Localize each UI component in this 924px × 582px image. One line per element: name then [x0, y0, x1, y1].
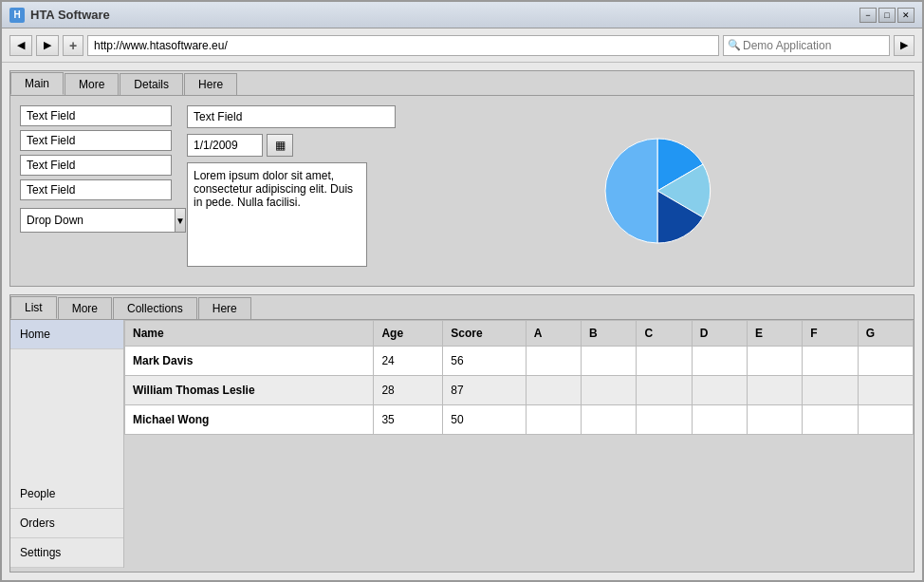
row1-name: Mark Davis [125, 347, 374, 376]
bottom-tab-bar: List More Collections Here [10, 295, 914, 320]
table-row: Michael Wong 35 50 [125, 405, 914, 435]
col-header-g: G [858, 321, 913, 347]
row3-d [692, 405, 747, 435]
restore-button[interactable]: □ [878, 8, 896, 23]
table-row: Mark Davis 24 56 [125, 347, 914, 376]
go-button[interactable]: ▶ [894, 35, 915, 56]
row3-f [803, 405, 858, 435]
row3-score: 50 [443, 405, 526, 435]
tab-details[interactable]: Details [120, 73, 183, 95]
top-tab-content: ▼ ▦ Lorem ipsum dolor sit amet, consecte… [10, 96, 914, 286]
tab-more-bottom[interactable]: More [58, 297, 112, 319]
text-field-1[interactable] [20, 105, 172, 126]
col-header-b: B [582, 321, 637, 347]
bottom-section: List More Collections Here Home People O… [9, 294, 915, 573]
row1-f [803, 347, 858, 376]
data-table: Name Age Score A B C D E F G [124, 320, 914, 435]
col-header-e: E [748, 321, 803, 347]
tab-list[interactable]: List [10, 296, 57, 319]
top-tab-bar: Main More Details Here [10, 71, 914, 96]
row2-d [692, 376, 747, 405]
form-left: ▼ [20, 105, 172, 276]
row3-age: 35 [374, 405, 443, 435]
data-table-wrapper: Name Age Score A B C D E F G [124, 320, 914, 568]
row2-a [526, 376, 581, 405]
close-button[interactable]: ✕ [897, 8, 915, 23]
tab-here-bottom[interactable]: Here [198, 297, 251, 319]
col-header-c: C [637, 321, 692, 347]
row1-c [637, 347, 692, 376]
dropdown-input[interactable] [20, 208, 176, 233]
sidebar-item-home[interactable]: Home [10, 320, 123, 349]
lorem-textarea[interactable]: Lorem ipsum dolor sit amet, consectetur … [187, 162, 367, 267]
address-bar: ◀ ▶ + 🔍 ▶ [2, 28, 922, 63]
row3-name: Michael Wong [125, 405, 374, 435]
tab-main[interactable]: Main [10, 72, 64, 95]
dropdown-arrow-button[interactable]: ▼ [176, 208, 186, 233]
sidebar-nav: Home People Orders Settings [10, 320, 124, 568]
row3-e [748, 405, 803, 435]
row1-age: 24 [374, 347, 443, 376]
row3-c [637, 405, 692, 435]
window-title: HTA Software [30, 8, 110, 22]
dropdown-wrapper: ▼ [20, 208, 172, 233]
col-header-f: F [803, 321, 858, 347]
tab-here[interactable]: Here [184, 73, 237, 95]
row2-b [582, 376, 637, 405]
col-header-a: A [526, 321, 581, 347]
search-input[interactable] [743, 39, 885, 52]
search-container: 🔍 [723, 35, 890, 56]
main-window: H HTA Software − □ ✕ ◀ ▶ + 🔍 ▶ Main More [0, 0, 924, 582]
row1-d [692, 347, 747, 376]
main-panel: Main More Details Here ▼ [2, 63, 922, 580]
main-text-input[interactable] [187, 105, 396, 128]
sidebar-item-settings[interactable]: Settings [10, 538, 123, 568]
text-field-2[interactable] [20, 130, 172, 151]
calendar-button[interactable]: ▦ [267, 134, 293, 157]
row1-b [582, 347, 637, 376]
forward-button[interactable]: ▶ [36, 35, 59, 56]
window-controls: − □ ✕ [859, 8, 915, 23]
back-button[interactable]: ◀ [9, 35, 32, 56]
add-button[interactable]: + [63, 35, 83, 56]
date-input[interactable] [187, 134, 263, 157]
row3-b [582, 405, 637, 435]
col-header-name: Name [125, 321, 374, 347]
row2-c [637, 376, 692, 405]
row2-e [748, 376, 803, 405]
sidebar-spacer [10, 349, 123, 479]
bottom-content: Home People Orders Settings Name Age [10, 320, 914, 568]
text-field-3[interactable] [20, 155, 172, 176]
row3-g [858, 405, 913, 435]
url-input[interactable] [87, 35, 719, 56]
app-icon: H [9, 8, 25, 23]
title-bar: H HTA Software − □ ✕ [2, 2, 922, 28]
chart-area [411, 105, 904, 276]
sidebar-item-orders[interactable]: Orders [10, 509, 123, 538]
col-header-score: Score [443, 321, 526, 347]
sidebar-item-people[interactable]: People [10, 479, 123, 509]
row2-score: 87 [443, 376, 526, 405]
row2-g [858, 376, 913, 405]
tab-collections[interactable]: Collections [113, 297, 197, 319]
row1-a [526, 347, 581, 376]
row3-a [526, 405, 581, 435]
search-icon: 🔍 [728, 39, 741, 51]
row1-g [858, 347, 913, 376]
row1-score: 56 [443, 347, 526, 376]
text-field-4[interactable] [20, 179, 172, 200]
form-right: ▦ Lorem ipsum dolor sit amet, consectetu… [187, 105, 396, 276]
date-row: ▦ [187, 134, 396, 157]
col-header-d: D [692, 321, 747, 347]
content-area: Main More Details Here ▼ [2, 63, 922, 580]
pie-chart [591, 124, 724, 257]
title-bar-left: H HTA Software [9, 8, 110, 23]
table-header-row: Name Age Score A B C D E F G [125, 321, 914, 347]
minimize-button[interactable]: − [859, 8, 877, 23]
row2-name: William Thomas Leslie [125, 376, 374, 405]
row2-age: 28 [374, 376, 443, 405]
row2-f [803, 376, 858, 405]
table-row: William Thomas Leslie 28 87 [125, 376, 914, 405]
top-section: Main More Details Here ▼ [9, 70, 915, 287]
tab-more[interactable]: More [65, 73, 119, 95]
